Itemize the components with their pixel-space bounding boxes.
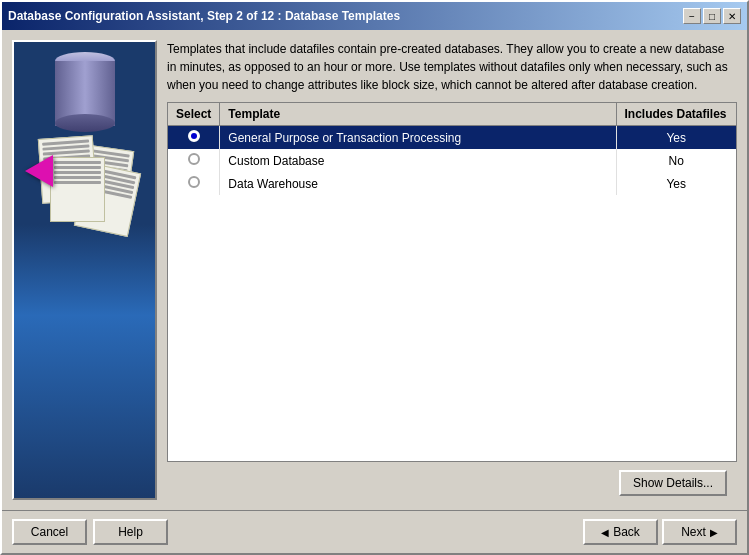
col-select: Select — [168, 103, 220, 126]
title-bar: Database Configuration Assistant, Step 2… — [2, 2, 747, 30]
back-arrow-icon: ◀ — [601, 527, 609, 538]
includes-value-2: No — [616, 149, 736, 172]
radio-button-1[interactable] — [188, 130, 200, 142]
cancel-button[interactable]: Cancel — [12, 519, 87, 545]
main-window: Database Configuration Assistant, Step 2… — [0, 0, 749, 555]
includes-value-3: Yes — [616, 172, 736, 195]
doc-page-front2 — [50, 157, 105, 222]
content-area: Templates that include datafiles contain… — [2, 30, 747, 510]
template-name-2[interactable]: Custom Database — [220, 149, 616, 172]
table-row[interactable]: Data Warehouse Yes — [168, 172, 736, 195]
show-details-button[interactable]: Show Details... — [619, 470, 727, 496]
arrow-icon — [25, 155, 53, 187]
help-button[interactable]: Help — [93, 519, 168, 545]
minimize-button[interactable]: − — [683, 8, 701, 24]
radio-cell-2[interactable] — [168, 149, 220, 172]
left-nav-buttons: Cancel Help — [12, 519, 168, 545]
next-arrow-icon: ▶ — [710, 527, 718, 538]
next-label: Next — [681, 525, 706, 539]
docs-illustration — [20, 102, 150, 262]
table-row[interactable]: Custom Database No — [168, 149, 736, 172]
radio-button-2[interactable] — [188, 153, 200, 165]
templates-table-container: Select Template Includes Datafiles Gener… — [167, 102, 737, 462]
show-details-area: Show Details... — [167, 470, 737, 500]
table-row[interactable]: General Purpose or Transaction Processin… — [168, 126, 736, 150]
next-button[interactable]: Next ▶ — [662, 519, 737, 545]
window-title: Database Configuration Assistant, Step 2… — [8, 9, 400, 23]
col-includes: Includes Datafiles — [616, 103, 736, 126]
back-label: Back — [613, 525, 640, 539]
template-name-1[interactable]: General Purpose or Transaction Processin… — [220, 126, 616, 150]
templates-table: Select Template Includes Datafiles Gener… — [168, 103, 736, 195]
col-template: Template — [220, 103, 616, 126]
right-panel: Templates that include datafiles contain… — [167, 40, 737, 500]
includes-value-1: Yes — [616, 126, 736, 150]
close-button[interactable]: ✕ — [723, 8, 741, 24]
radio-cell-3[interactable] — [168, 172, 220, 195]
bottom-bar: Cancel Help ◀ Back Next ▶ — [2, 510, 747, 553]
radio-button-3[interactable] — [188, 176, 200, 188]
nav-buttons: ◀ Back Next ▶ — [583, 519, 737, 545]
template-name-3[interactable]: Data Warehouse — [220, 172, 616, 195]
table-header-row: Select Template Includes Datafiles — [168, 103, 736, 126]
radio-cell-1[interactable] — [168, 126, 220, 150]
description-text: Templates that include datafiles contain… — [167, 40, 737, 94]
window-controls: − □ ✕ — [683, 8, 741, 24]
left-panel — [12, 40, 157, 500]
maximize-button[interactable]: □ — [703, 8, 721, 24]
back-button[interactable]: ◀ Back — [583, 519, 658, 545]
left-panel-inner — [14, 42, 155, 498]
